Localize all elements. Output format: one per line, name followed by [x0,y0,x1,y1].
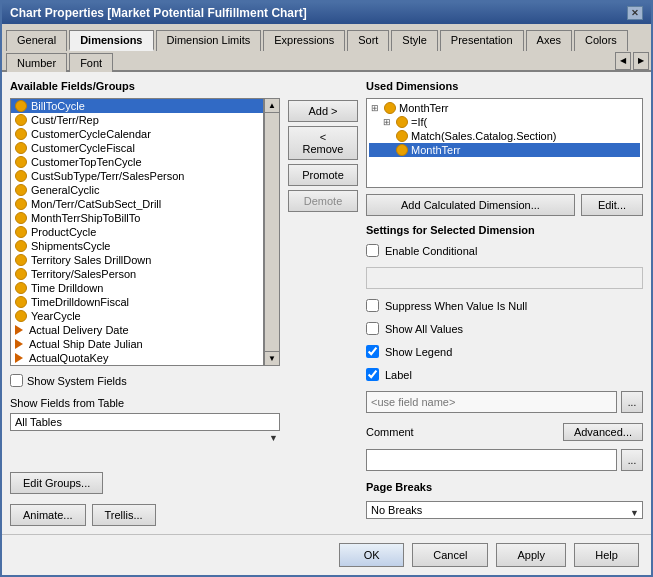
used-dim-item[interactable]: ⊞ MonthTerr [369,101,640,115]
page-breaks-dropdown-wrapper: No Breaks ▼ [366,499,643,526]
comment-label: Comment [366,426,414,438]
list-item[interactable]: Actual Delivery Date [11,323,263,337]
trellis-button[interactable]: Trellis... [92,504,156,526]
cancel-button[interactable]: Cancel [412,543,488,567]
scroll-up-arrow[interactable]: ▲ [265,99,279,113]
calc-edit-row: Add Calculated Dimension... Edit... [366,194,643,216]
tab-colors[interactable]: Colors [574,30,628,51]
used-dim-item[interactable]: ⊞ =If( [369,115,640,129]
dim-icon [396,144,408,156]
left-panel-buttons2: Animate... Trellis... [10,504,280,526]
list-item[interactable]: Cust/Terr/Rep [11,113,263,127]
tab-number[interactable]: Number [6,53,67,72]
list-item[interactable]: CustSubType/Terr/SalesPerson [11,169,263,183]
field-name: Actual Delivery Date [29,324,129,336]
suppress-null-row: Suppress When Value Is Null [366,299,643,312]
list-item[interactable]: Mon/Terr/CatSubSect_Drill [11,197,263,211]
available-fields-list[interactable]: BillToCycle Cust/Terr/Rep CustomerCycleC… [10,98,264,366]
field-name: CustSubType/Terr/SalesPerson [31,170,184,182]
dim-icon [15,268,27,280]
list-item[interactable]: GeneralCyclic [11,183,263,197]
dropdown-arrow-icon: ▼ [269,433,278,443]
list-scrollbar[interactable]: ▲ ▼ [264,98,280,366]
ok-button[interactable]: OK [339,543,404,567]
list-item[interactable]: CustomerTopTenCycle [11,155,263,169]
field-name: YearCycle [31,310,81,322]
table-dropdown[interactable]: All Tables [10,413,280,431]
tab-dimensions[interactable]: Dimensions [69,30,153,51]
list-item[interactable]: Territory/SalesPerson [11,267,263,281]
main-content: Available Fields/Groups BillToCycle Cust… [2,72,651,534]
used-dim-item[interactable]: Match(Sales.Catalog.Section) [369,129,640,143]
field-name: CustomerTopTenCycle [31,156,142,168]
list-item[interactable]: YearCycle [11,309,263,323]
list-item[interactable]: ShipmentsCycle [11,239,263,253]
list-item[interactable]: Actual Ship Date Julian [11,337,263,351]
list-item[interactable]: TimeDrilldownFiscal [11,295,263,309]
field-name-input[interactable] [366,391,617,413]
tab-font[interactable]: Font [69,53,113,72]
advanced-button[interactable]: Advanced... [563,423,643,441]
list-item[interactable]: BillToCycle [11,99,263,113]
field-name-browse-button[interactable]: ... [621,391,643,413]
list-item[interactable]: ActualQuotaKey [11,351,263,365]
tab-dimension-limits[interactable]: Dimension Limits [156,30,262,51]
tab-scroll-right[interactable]: ▶ [633,52,649,70]
animate-button[interactable]: Animate... [10,504,86,526]
enable-conditional-checkbox[interactable] [366,244,379,257]
add-calculated-dimension-button[interactable]: Add Calculated Dimension... [366,194,575,216]
used-dimensions-list[interactable]: ⊞ MonthTerr ⊞ =If( Match(Sales.Catalog.S… [366,98,643,188]
close-button[interactable]: ✕ [627,6,643,20]
comment-browse-button[interactable]: ... [621,449,643,471]
add-button[interactable]: Add > [288,100,358,122]
tab-presentation[interactable]: Presentation [440,30,524,51]
edit-groups-button[interactable]: Edit Groups... [10,472,103,494]
dim-icon [15,226,27,238]
table-dropdown-wrapper: All Tables ▼ [10,413,280,462]
list-item[interactable]: CustomerCycleFiscal [11,141,263,155]
dim-icon [15,282,27,294]
help-button[interactable]: Help [574,543,639,567]
tab-general[interactable]: General [6,30,67,51]
main-dialog: Chart Properties [Market Potential Fulfi… [0,0,653,577]
promote-button[interactable]: Promote [288,164,358,186]
edit-button[interactable]: Edit... [581,194,643,216]
list-item[interactable]: MonthTerrShipToBillTo [11,211,263,225]
demote-button[interactable]: Demote [288,190,358,212]
list-item[interactable]: Territory Sales DrillDown [11,253,263,267]
comment-input[interactable] [366,449,617,471]
list-item[interactable]: Time Drilldown [11,281,263,295]
dim-icon [15,296,27,308]
list-item[interactable]: CustomerCycleCalendar [11,127,263,141]
scroll-down-arrow[interactable]: ▼ [265,351,279,365]
dim-name: MonthTerr [399,102,449,114]
show-system-fields-label: Show System Fields [27,375,127,387]
conditional-input[interactable] [366,267,643,289]
tab-style[interactable]: Style [391,30,437,51]
label-checkbox[interactable] [366,368,379,381]
dim-icon [15,100,27,112]
middle-buttons: Add > < Remove Promote Demote [288,80,358,526]
field-name-row: ... [366,391,643,413]
tab-sort[interactable]: Sort [347,30,389,51]
show-system-fields-checkbox[interactable] [10,374,23,387]
dim-icon [15,170,27,182]
field-name: ActualQuotaKey [29,352,109,364]
enable-conditional-row: Enable Conditional [366,244,643,257]
show-all-values-checkbox[interactable] [366,322,379,335]
apply-button[interactable]: Apply [496,543,566,567]
titlebar-controls: ✕ [627,6,643,20]
suppress-null-checkbox[interactable] [366,299,379,312]
page-breaks-dropdown[interactable]: No Breaks [366,501,643,519]
remove-button[interactable]: < Remove [288,126,358,160]
tab-expressions[interactable]: Expressions [263,30,345,51]
arrow-icon [15,339,23,349]
show-fields-from-table-label: Show Fields from Table [10,397,280,409]
page-breaks-label: Page Breaks [366,481,643,493]
tab-scroll-left[interactable]: ◀ [615,52,631,70]
show-legend-checkbox[interactable] [366,345,379,358]
field-name: ShipmentsCycle [31,240,110,252]
list-item[interactable]: ProductCycle [11,225,263,239]
tab-axes[interactable]: Axes [526,30,572,51]
used-dim-item[interactable]: MonthTerr [369,143,640,157]
